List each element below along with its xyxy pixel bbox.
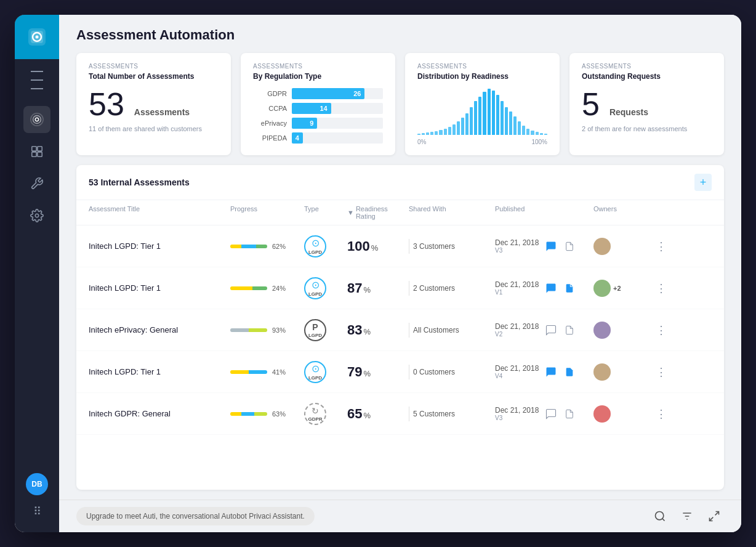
row-title-0: Initech LGPD: Tier 1	[89, 241, 230, 251]
menu-toggle[interactable]	[26, 69, 48, 91]
shared-cell-4: 5 Customers	[409, 407, 495, 421]
svg-point-5	[33, 116, 41, 124]
doc-icon-1[interactable]	[562, 281, 577, 296]
doc-icon-3[interactable]	[562, 365, 577, 379]
stat-label-0: Assessments	[89, 63, 219, 70]
owners-cell-0	[593, 238, 643, 255]
table-row: Initech GDPR: General 63%	[76, 393, 724, 435]
page-header: Assessment Automation	[59, 15, 741, 53]
readiness-cell-2: 83 %	[347, 322, 409, 338]
bottom-actions	[650, 506, 724, 526]
add-assessment-button[interactable]: +	[694, 174, 712, 191]
row-more-2[interactable]: ⋮	[643, 323, 680, 337]
expand-button[interactable]	[704, 506, 724, 526]
shared-cell-1: 2 Customers	[409, 281, 495, 296]
table-row: Initech LGPD: Tier 1 24% ⊙	[76, 267, 724, 309]
col-progress: Progress	[230, 205, 304, 220]
stat-title-2: Distribution by Readiness	[417, 72, 547, 81]
svg-point-3	[36, 36, 39, 39]
row-more-3[interactable]: ⋮	[643, 365, 680, 379]
col-readiness[interactable]: ▼ ReadinessRating	[347, 205, 409, 220]
type-cell-0: ⊙ LGPD	[304, 235, 347, 257]
search-button[interactable]	[650, 506, 670, 526]
nav-grid-icon[interactable]	[23, 138, 50, 165]
shared-cell-2: All Customers	[409, 323, 495, 338]
chat-icon-0[interactable]	[544, 239, 558, 254]
chat-icon-1[interactable]	[544, 281, 558, 296]
assessments-table: 53 Internal Assessments + Assessment Tit…	[76, 165, 724, 490]
owners-cell-2	[593, 322, 643, 339]
doc-icon-4[interactable]	[562, 407, 577, 421]
bar-row-eprivacy: ePrivacy 9	[253, 118, 383, 129]
col-actions	[643, 205, 680, 220]
table-body: Initech LGPD: Tier 1 62%	[76, 225, 724, 490]
apps-icon[interactable]: ⠿	[26, 500, 48, 522]
stat-label-2: Assessments	[417, 63, 547, 70]
col-published: Published	[495, 205, 593, 220]
table-row: Initech LGPD: Tier 1 62%	[76, 225, 724, 267]
table-header: 53 Internal Assessments +	[76, 165, 724, 200]
doc-icon-2[interactable]	[562, 323, 577, 338]
regulation-bar-chart: GDPR 26 CCPA 14 ePrivacy	[253, 88, 383, 144]
nav-wrench-icon[interactable]	[23, 170, 50, 197]
stat-unit-3: Requests	[609, 107, 648, 117]
nav-items	[23, 101, 50, 473]
col-owners: Owners	[593, 205, 643, 220]
table-row: Initech ePrivacy: General 93% P	[76, 309, 724, 351]
readiness-cell-4: 65 %	[347, 406, 409, 422]
stat-card-distribution: Assessments Distribution by Readiness 0%…	[405, 53, 560, 155]
type-cell-4: ↻ GDPR	[304, 403, 347, 425]
stat-title-0: Total Number of Assessments	[89, 72, 219, 81]
progress-cell-0: 62%	[230, 243, 304, 250]
stat-card-total: Assessments Total Number of Assessments …	[76, 53, 231, 155]
chat-icon-2[interactable]	[544, 323, 558, 338]
type-cell-3: ⊙ LGPD	[304, 361, 347, 383]
filter-button[interactable]	[677, 506, 697, 526]
bottom-bar: Upgrade to meet Auti, the conversational…	[59, 500, 741, 532]
sidebar-bottom: DB ⠿	[26, 473, 48, 532]
row-title-4: Initech GDPR: General	[89, 409, 230, 418]
readiness-cell-3: 79 %	[347, 364, 409, 380]
published-cell-0: Dec 21, 2018 V3	[495, 238, 593, 254]
doc-icon-0[interactable]	[562, 239, 577, 254]
published-cell-3: Dec 21, 2018 V4	[495, 364, 593, 379]
chat-icon-3[interactable]	[544, 365, 558, 379]
user-avatar[interactable]: DB	[26, 473, 48, 495]
table-row: Initech LGPD: Tier 1 41% ⊙	[76, 351, 724, 393]
progress-cell-4: 63%	[230, 410, 304, 418]
readiness-cell-0: 100 %	[347, 238, 409, 254]
published-cell-1: Dec 21, 2018 V1	[495, 280, 593, 296]
progress-cell-3: 41%	[230, 368, 304, 376]
shared-cell-0: 3 Customers	[409, 239, 495, 254]
svg-line-18	[710, 517, 714, 521]
shared-cell-3: 0 Customers	[409, 365, 495, 379]
stat-unit-0: Assessments	[134, 107, 190, 117]
nav-radio-icon[interactable]	[23, 106, 50, 133]
table-columns: Assessment Title Progress Type ▼ Readine…	[76, 200, 724, 225]
stat-big-number-3: 5	[582, 88, 600, 120]
row-more-1[interactable]: ⋮	[643, 282, 680, 295]
progress-cell-1: 24%	[230, 285, 304, 292]
row-more-4[interactable]: ⋮	[643, 407, 680, 421]
sidebar: DB ⠿	[15, 15, 59, 532]
logo	[15, 15, 59, 59]
nav-gear-icon[interactable]	[23, 202, 50, 229]
owners-cell-4	[593, 405, 643, 423]
chat-icon-4[interactable]	[544, 407, 558, 421]
main-content: Assessment Automation Assessments Total …	[59, 15, 741, 532]
chat-upgrade-bubble[interactable]: Upgrade to meet Auti, the conversational…	[76, 507, 315, 525]
svg-rect-9	[32, 152, 36, 156]
svg-rect-8	[38, 147, 42, 151]
table-title: 53 Internal Assessments	[89, 177, 190, 187]
row-more-0[interactable]: ⋮	[643, 240, 680, 253]
owners-cell-1: +2	[593, 280, 643, 297]
row-title-3: Initech LGPD: Tier 1	[89, 367, 230, 376]
col-assessment-title: Assessment Title	[89, 205, 230, 220]
stat-sub-0: 11 of them are shared with customers	[89, 125, 219, 132]
svg-line-17	[715, 512, 719, 516]
svg-line-13	[662, 519, 665, 521]
row-title-1: Initech LGPD: Tier 1	[89, 283, 230, 293]
stat-label-1: Assessments	[253, 63, 383, 70]
svg-point-12	[656, 512, 664, 520]
distribution-chart	[417, 88, 547, 137]
